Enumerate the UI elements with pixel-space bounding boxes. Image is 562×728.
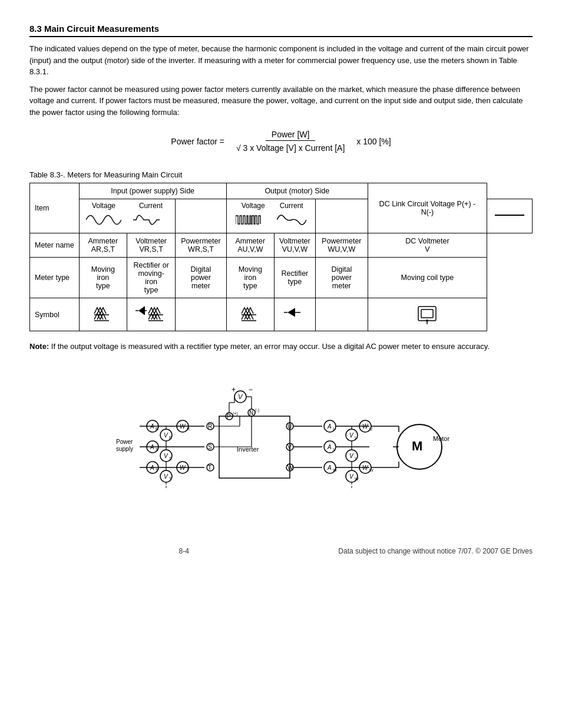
svg-text:V: V	[238, 393, 243, 400]
formula-denominator: √ 3 x Voltage [V] x Current [A]	[230, 142, 351, 153]
svg-text:+: +	[232, 386, 236, 394]
svg-text:V: V	[349, 453, 354, 459]
page-number: 8-4	[29, 547, 338, 555]
input-voltage-label: Voltage	[86, 202, 121, 210]
svg-text:supply: supply	[116, 446, 133, 452]
note-paragraph: Note: If the output voltage is measured …	[29, 341, 533, 353]
note-bold: Note:	[29, 342, 49, 351]
svg-text:A: A	[150, 465, 154, 471]
svg-text:T: T	[208, 465, 211, 471]
moving-iron-output-symbol	[239, 302, 262, 325]
meter-powermeter-wr: PowermeterWR,S,T	[176, 233, 226, 258]
footer-rights: Data subject to change without notice 7/…	[338, 547, 533, 555]
svg-text:M: M	[412, 439, 422, 453]
meter-voltmeter-vr: VoltmeterVR,S,T	[127, 233, 176, 258]
svg-text:A: A	[327, 444, 332, 450]
svg-text:(-): (-)	[255, 408, 259, 413]
svg-text:V: V	[164, 473, 168, 480]
moving-iron-symbol	[91, 302, 115, 325]
type-digital-output: Digital powermeter	[315, 258, 368, 298]
input-voltage-wave-cell: Voltage Current	[79, 199, 176, 233]
svg-text:V: V	[164, 453, 168, 459]
svg-rect-16	[421, 309, 433, 318]
svg-text:R: R	[208, 423, 212, 430]
svg-text:R: R	[187, 427, 190, 431]
type-moving-iron-input: Moving irontype	[79, 258, 127, 298]
svg-text:S: S	[169, 456, 172, 460]
formula-suffix: x 100 [%]	[356, 137, 391, 146]
svg-text:A: A	[150, 444, 154, 450]
section-title: 8.3 Main Circuit Measurements	[29, 24, 533, 37]
meter-ammeter-au: AmmeterAU,V,W	[226, 233, 274, 258]
measurements-table: Item Input (power supply) Side Output (m…	[29, 183, 533, 331]
page-footer: 8-4 Data subject to change without notic…	[29, 547, 533, 555]
type-moving-iron-output: Moving irontype	[226, 258, 274, 298]
rectifier-output-symbol	[283, 304, 306, 324]
output-powermeter-empty	[315, 199, 368, 233]
svg-text:R: R	[169, 436, 172, 440]
note-text: If the output voltage is measured with a…	[49, 342, 490, 351]
svg-marker-3	[138, 307, 144, 315]
power-supply-label: Power	[116, 439, 133, 445]
quasi-sine-icon	[277, 211, 306, 229]
output-voltage-wave-cell: Voltage Current	[226, 199, 315, 233]
meter-dc-voltmeter: DC VoltmeterV	[368, 233, 487, 258]
svg-text:W: W	[362, 465, 369, 471]
svg-text:V: V	[349, 473, 354, 480]
type-rectifier-input: Rectifier ormoving-irontype	[127, 258, 176, 298]
svg-text:W: W	[180, 423, 186, 430]
type-rectifier-output: Rectifiertype	[274, 258, 315, 298]
meter-type-label: Meter type	[30, 258, 80, 298]
table-row-symbol: Symbol	[30, 298, 533, 331]
svg-text:V: V	[349, 432, 354, 439]
svg-text:T: T	[187, 468, 190, 472]
svg-point-17	[426, 319, 428, 322]
formula-numerator: Power [W]	[266, 130, 316, 141]
symbol-powermeter-wu	[315, 298, 368, 331]
pwm-wave-icon	[236, 211, 271, 229]
dc-voltmeter-symbol	[412, 302, 442, 325]
col-dc-link: DC Link Circuit Voltage P(+) - N(-)	[368, 183, 487, 233]
input-current-label: Current	[133, 202, 168, 210]
input-powermeter-empty	[176, 199, 226, 233]
svg-text:S: S	[156, 447, 158, 452]
svg-text:(+): (+)	[233, 411, 238, 416]
svg-text:W: W	[355, 477, 359, 481]
formula-box: Power factor = Power [W] √ 3 x Voltage […	[29, 130, 533, 153]
svg-text:V: V	[333, 447, 336, 452]
sine-wave-icon	[86, 211, 121, 229]
intro-paragraph-1: The indicated values depend on the type …	[29, 43, 533, 78]
symbol-label: Symbol	[30, 298, 80, 331]
table-caption: Table 8.3-. Meters for Measuring Main Ci…	[29, 170, 533, 179]
meter-ammeter-ar: AmmeterAR,S,T	[79, 233, 127, 258]
meter-powermeter-wu: PowermeterWU,V,W	[315, 233, 368, 258]
type-digital-input: Digitalpower meter	[176, 258, 226, 298]
svg-marker-11	[287, 308, 295, 317]
symbol-ammeter-au	[226, 298, 274, 331]
svg-text:W: W	[287, 465, 293, 471]
formula-label: Power factor =	[171, 137, 224, 146]
output-voltage-label: Voltage	[236, 202, 271, 210]
table-row-meter-name: Meter name AmmeterAR,S,T VoltmeterVR,S,T…	[30, 233, 533, 258]
svg-text:A: A	[150, 423, 154, 430]
intro-paragraph-2: The power factor cannot be measured usin…	[29, 84, 533, 118]
svg-text:S: S	[208, 444, 212, 450]
svg-text:−: −	[249, 386, 253, 394]
svg-text:R: R	[156, 427, 158, 431]
symbol-rectifier-vu	[274, 298, 315, 331]
circuit-svg: Power supply A R A S A T V R V S	[98, 364, 464, 529]
svg-text:P: P	[227, 413, 231, 420]
symbol-rectifier-vr	[127, 298, 176, 331]
dc-link-wave-cell	[487, 199, 532, 233]
distorted-wave-icon	[133, 211, 168, 229]
svg-text:U: U	[355, 436, 358, 440]
output-current-label: Current	[277, 202, 306, 210]
svg-text:N: N	[249, 410, 253, 416]
svg-text:W: W	[180, 465, 186, 471]
meter-name-label: Meter name	[30, 233, 80, 258]
svg-text:A: A	[327, 465, 332, 471]
svg-text:V: V	[287, 444, 292, 450]
symbol-powermeter-wr	[176, 298, 226, 331]
col-item: Item	[30, 183, 80, 233]
svg-text:V: V	[164, 432, 168, 439]
